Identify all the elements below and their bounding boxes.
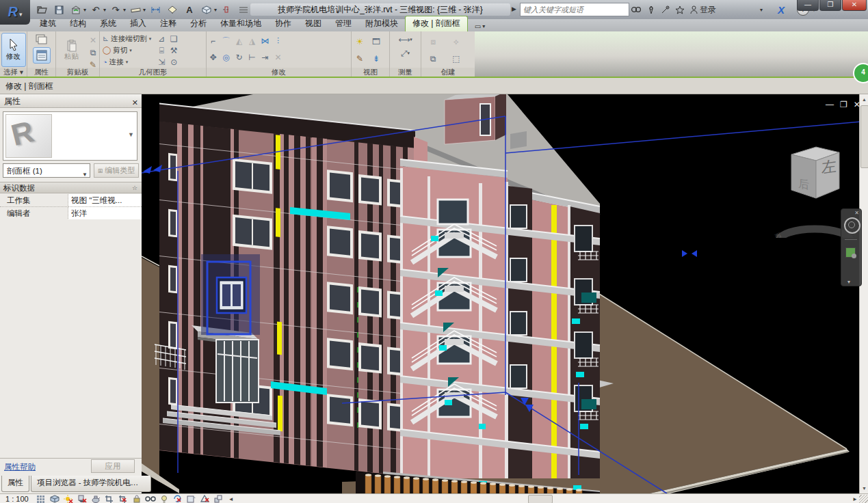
- section-icon[interactable]: [219, 2, 234, 17]
- copy-move-icon[interactable]: ◎: [220, 52, 233, 63]
- modify-button[interactable]: 修改: [1, 33, 26, 67]
- split-icon[interactable]: ⋈: [259, 36, 272, 46]
- tab-systems[interactable]: 系统: [93, 16, 123, 31]
- demolish-icon[interactable]: ⚒: [168, 45, 180, 56]
- communication-center-icon[interactable]: [661, 5, 670, 14]
- displace-elements-icon[interactable]: ⇟: [370, 53, 382, 64]
- paint-icon[interactable]: ⌸: [155, 45, 168, 56]
- show-crop-region-icon[interactable]: [118, 495, 129, 503]
- panel-label-clipboard[interactable]: 剪贴板: [56, 68, 99, 77]
- join-geometry-button[interactable]: ◔连接▾: [103, 56, 151, 68]
- text-icon[interactable]: A: [182, 2, 197, 17]
- type-selector[interactable]: R ▼: [3, 111, 137, 161]
- navbar-options-icon[interactable]: ▾: [847, 279, 850, 285]
- open-icon[interactable]: [34, 2, 49, 17]
- undo-icon[interactable]: ↶: [88, 2, 103, 17]
- linework-icon[interactable]: ✎: [354, 53, 366, 64]
- infocenter-expand-icon[interactable]: ▶: [512, 5, 516, 12]
- scroll-left-icon[interactable]: ◄: [228, 496, 234, 502]
- 3d-view-dropdown[interactable]: ▾: [214, 7, 217, 13]
- offset-icon[interactable]: ⌒: [220, 36, 233, 46]
- highlight-displacement-icon[interactable]: [213, 495, 224, 503]
- scroll-down-icon[interactable]: ▼: [860, 484, 868, 493]
- building-front-facade[interactable]: [159, 103, 415, 477]
- tab-analyze[interactable]: 分析: [183, 16, 213, 31]
- sync-with-central-icon[interactable]: [68, 2, 83, 17]
- tab-annotate[interactable]: 注释: [153, 16, 183, 31]
- measure-between-icon[interactable]: ⟷ ▾: [399, 34, 412, 45]
- sync-dropdown[interactable]: ▾: [83, 7, 86, 13]
- join-end-cut-button[interactable]: ⊾连接端切割▾: [103, 33, 151, 44]
- analytical-model-icon[interactable]: [200, 495, 211, 503]
- cut-geometry-button[interactable]: ◯剪切▾: [103, 44, 151, 56]
- shadows-icon[interactable]: [77, 495, 88, 503]
- panel-label-modify[interactable]: 修改: [207, 68, 351, 77]
- zoom-icon[interactable]: [845, 247, 856, 258]
- properties-help-link[interactable]: 属性帮助: [4, 462, 36, 472]
- selected-window[interactable]: [201, 254, 260, 335]
- scroll-up-icon[interactable]: ▲: [860, 95, 868, 104]
- measure-dropdown[interactable]: ▾: [143, 7, 146, 13]
- subscription-center-icon[interactable]: [647, 5, 655, 14]
- restore-button[interactable]: ❐: [819, 0, 841, 11]
- sign-in-button[interactable]: 登录: [690, 4, 716, 16]
- remove-paint-icon[interactable]: ⊙: [168, 57, 180, 68]
- create-similar-icon[interactable]: ⟡: [450, 36, 462, 47]
- edit-profile-icon[interactable]: ⇲: [155, 57, 168, 68]
- create-parts-icon[interactable]: ⬚: [450, 53, 462, 64]
- hide-elements-icon[interactable]: ☀: [354, 36, 366, 47]
- paste-button[interactable]: 粘贴: [61, 35, 83, 66]
- measure-along-icon[interactable]: ⤢ ▾: [399, 48, 412, 59]
- properties-close-icon[interactable]: ✕: [132, 96, 138, 109]
- view-minimize-icon[interactable]: —: [826, 100, 834, 109]
- view-close-icon[interactable]: ✕: [854, 100, 860, 109]
- default-3d-view-icon[interactable]: [199, 2, 214, 17]
- visual-style-icon[interactable]: [49, 495, 60, 503]
- trim-extend-icon[interactable]: ⊢: [246, 52, 259, 63]
- horizontal-scroll-thumb[interactable]: [528, 495, 553, 503]
- sun-path-icon[interactable]: [63, 495, 74, 503]
- horizontal-scrollbar[interactable]: [235, 495, 852, 503]
- tab-manage[interactable]: 管理: [328, 16, 358, 31]
- split-face-icon[interactable]: ⊿: [155, 33, 168, 44]
- reveal-hidden-elements-icon[interactable]: [159, 495, 170, 503]
- minimize-button[interactable]: —: [797, 0, 819, 11]
- viewcube-face-label[interactable]: 左: [821, 157, 837, 176]
- show-rendering-icon[interactable]: [90, 495, 101, 503]
- exchange-apps-icon[interactable]: X: [778, 4, 785, 16]
- viewcube-back-face[interactable]: 后: [798, 177, 809, 191]
- tab-modify-section-box[interactable]: 修改 | 剖面框: [405, 16, 468, 31]
- resize-grip[interactable]: [859, 495, 868, 503]
- panel-label-measure[interactable]: 测量: [390, 68, 421, 77]
- ribbon-display-toggle[interactable]: ▭ ▾: [475, 23, 485, 31]
- scroll-right-icon[interactable]: ►: [852, 496, 858, 502]
- group-identity-data[interactable]: 标识数据 ☆: [0, 182, 142, 193]
- panel-label-view[interactable]: 视图: [352, 68, 389, 77]
- vertical-scroll-thumb[interactable]: [860, 105, 868, 168]
- type-properties-icon[interactable]: [36, 34, 48, 45]
- tab-massing-site[interactable]: 体量和场地: [213, 16, 268, 31]
- temporary-view-properties-icon[interactable]: [186, 495, 197, 503]
- collapse-icon[interactable]: ☆: [132, 182, 137, 193]
- param-row-workset[interactable]: 工作集 视图 "三维视...: [0, 194, 142, 207]
- worksharing-display-icon[interactable]: [172, 495, 183, 503]
- properties-palette-icon[interactable]: [33, 47, 51, 64]
- panel-label-geometry[interactable]: 几何图形: [100, 68, 206, 77]
- align-icon[interactable]: ⌐: [207, 36, 220, 46]
- wall-sweep-icon[interactable]: ❏: [168, 33, 180, 44]
- tag-by-category-icon[interactable]: [165, 2, 180, 17]
- sign-in-dropdown[interactable]: ▾: [760, 7, 763, 13]
- split-gap-icon[interactable]: ⫶: [272, 36, 285, 46]
- tab-addins[interactable]: 附加模块: [358, 16, 405, 31]
- panel-label-select[interactable]: 选择 ▾: [0, 68, 27, 77]
- save-icon[interactable]: [51, 2, 66, 17]
- redo-icon[interactable]: ↷: [108, 2, 123, 17]
- override-graphics-icon[interactable]: 🗔: [370, 36, 382, 47]
- mirror-axis-icon[interactable]: ◮: [246, 36, 259, 46]
- tab-collaborate[interactable]: 协作: [268, 16, 298, 31]
- drawing-area[interactable]: — ❐ ✕ 西 南 北 东 后 左: [142, 94, 868, 493]
- cut-icon[interactable]: ✕: [87, 35, 99, 46]
- tab-structure[interactable]: 结构: [63, 16, 93, 31]
- tab-view[interactable]: 视图: [298, 16, 328, 31]
- copy-icon[interactable]: ⧉: [87, 47, 99, 58]
